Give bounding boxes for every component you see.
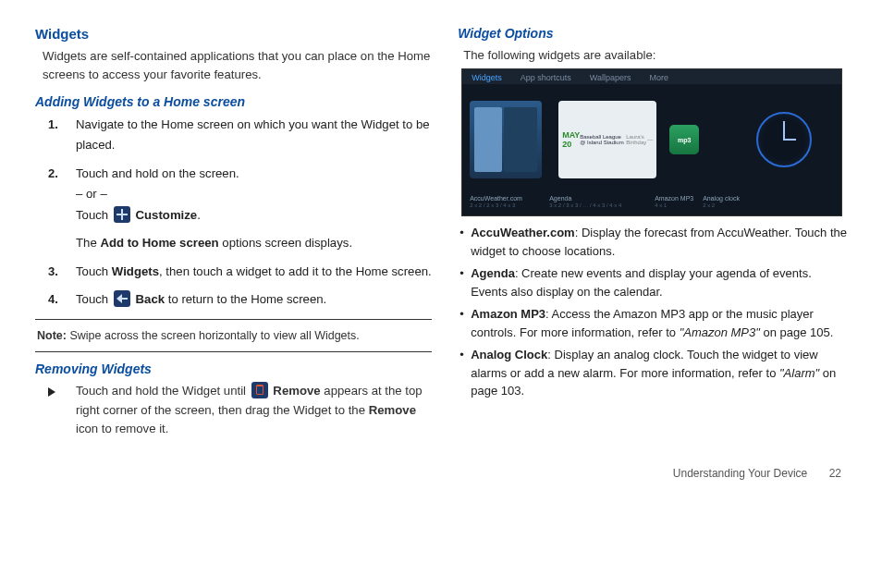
left-column: Widgets Widgets are self-contained appli… bbox=[35, 26, 432, 439]
screenshot-body: MAY 20 Baseball League @ Island Stadium … bbox=[462, 84, 841, 195]
customize-label: Customize bbox=[132, 208, 197, 222]
remove-text: Touch and hold the Widget until Remove a… bbox=[76, 382, 432, 438]
screenshot-tabs: Widgets App shortcuts Wallpapers More bbox=[462, 69, 841, 84]
item-amazon-mp3: Amazon MP3: Access the Amazon MP3 app or… bbox=[459, 305, 847, 341]
item-analog-clock: Analog Clock: Display an analog clock. T… bbox=[459, 346, 847, 400]
step-1: 1. Navigate to the Home screen on which … bbox=[48, 115, 432, 156]
ref-amazon-mp3: "Amazon MP3" bbox=[680, 325, 760, 339]
accuweather-icon bbox=[470, 101, 542, 178]
footer-section: Understanding Your Device bbox=[673, 467, 807, 480]
divider bbox=[35, 351, 432, 352]
right-column: Widget Options The following widgets are… bbox=[458, 26, 847, 439]
step-text: Navigate to the Home screen on which you… bbox=[76, 115, 432, 156]
step-text: Touch Back to return to the Home screen. bbox=[76, 289, 432, 310]
note-text: Note: Swipe across the screen horizontal… bbox=[35, 327, 432, 342]
triangle-bullet-icon bbox=[48, 387, 55, 397]
step2-or: – or – bbox=[76, 187, 107, 201]
step2-touch: Touch bbox=[76, 208, 112, 222]
tile-accuweather bbox=[470, 101, 551, 182]
step-text: Touch Widgets, then touch a widget to ad… bbox=[76, 262, 432, 282]
tab-widgets: Widgets bbox=[472, 73, 502, 82]
remove-label2: Remove bbox=[369, 403, 416, 417]
widget-descriptions: AccuWeather.com: Display the forecast fr… bbox=[458, 224, 847, 400]
widgets-label: Widgets bbox=[112, 264, 159, 278]
step-4: 4. Touch Back to return to the Home scre… bbox=[48, 289, 432, 310]
step-number: 2. bbox=[48, 164, 76, 184]
step-number: 1. bbox=[48, 115, 76, 135]
step-3: 3. Touch Widgets, then touch a widget to… bbox=[48, 262, 432, 282]
step2-line1: Touch and hold on the screen. bbox=[76, 166, 239, 180]
remove-label: Remove bbox=[270, 384, 321, 398]
ref-alarm: "Alarm" bbox=[779, 366, 819, 380]
page-content: Widgets Widgets are self-contained appli… bbox=[0, 0, 882, 448]
heading-removing-widgets: Removing Widgets bbox=[35, 361, 432, 376]
trash-icon bbox=[251, 382, 268, 398]
heading-adding-widgets: Adding Widgets to a Home screen bbox=[35, 94, 432, 109]
options-intro: The following widgets are available: bbox=[463, 46, 847, 65]
page-number: 22 bbox=[829, 467, 841, 480]
step-number: 4. bbox=[48, 289, 76, 310]
amazon-mp3-icon: mp3 bbox=[664, 101, 704, 178]
heading-widgets: Widgets bbox=[35, 26, 432, 42]
tile-analog-clock bbox=[753, 101, 834, 182]
heading-widget-options: Widget Options bbox=[458, 26, 847, 41]
remove-step: Touch and hold the Widget until Remove a… bbox=[48, 382, 432, 438]
tile-agenda: MAY 20 Baseball League @ Island Stadium … bbox=[558, 101, 656, 182]
step-number: 3. bbox=[48, 262, 76, 282]
item-agenda: Agenda: Create new events and display yo… bbox=[459, 264, 847, 300]
step-text: Touch and hold on the screen. – or – Tou… bbox=[76, 164, 432, 254]
removing-list: Touch and hold the Widget until Remove a… bbox=[48, 382, 432, 438]
adding-steps-list: 1. Navigate to the Home screen on which … bbox=[48, 115, 432, 311]
tab-more: More bbox=[649, 73, 668, 82]
tab-app-shortcuts: App shortcuts bbox=[521, 73, 571, 82]
back-label: Back bbox=[132, 292, 165, 306]
add-to-home-label: Add to Home screen bbox=[100, 236, 218, 250]
analog-clock-icon bbox=[753, 101, 815, 178]
back-icon bbox=[114, 290, 130, 307]
screenshot-labels: AccuWeather.com2 x 2 / 2 x 3 / 4 x 3 Age… bbox=[462, 195, 841, 212]
step-2: 2. Touch and hold on the screen. – or – … bbox=[48, 164, 432, 254]
item-accuweather: AccuWeather.com: Display the forecast fr… bbox=[459, 224, 847, 260]
tab-wallpapers: Wallpapers bbox=[590, 73, 631, 82]
add-icon bbox=[114, 206, 130, 223]
widgets-intro: Widgets are self-contained applications … bbox=[43, 47, 432, 85]
note-label: Note: bbox=[37, 329, 67, 342]
agenda-icon: MAY 20 Baseball League @ Island Stadium … bbox=[558, 101, 656, 178]
divider bbox=[35, 319, 432, 320]
agenda-date: MAY 20 bbox=[562, 130, 580, 149]
tile-amazon-mp3: mp3 bbox=[664, 101, 745, 182]
widgets-screenshot: Widgets App shortcuts Wallpapers More MA… bbox=[461, 68, 842, 216]
page-footer: Understanding Your Device 22 bbox=[0, 448, 882, 480]
